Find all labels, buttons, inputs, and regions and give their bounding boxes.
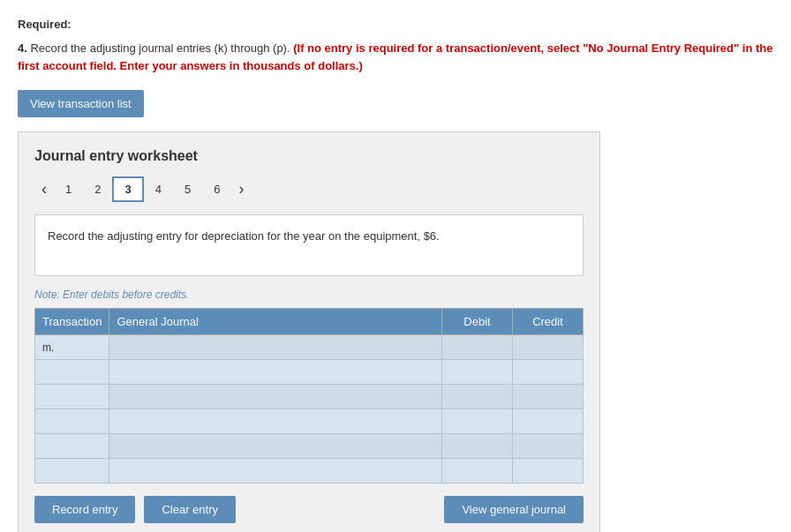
row-2-debit[interactable] xyxy=(442,360,513,385)
record-entry-button[interactable]: Record entry xyxy=(34,496,135,523)
buttons-row: Record entry Clear entry View general jo… xyxy=(34,496,584,523)
row-6-credit[interactable] xyxy=(513,459,584,483)
row-4-credit[interactable] xyxy=(513,409,584,434)
row-4-credit-input[interactable] xyxy=(513,409,583,433)
row-3-label xyxy=(35,385,109,409)
col-header-credit: Credit xyxy=(513,309,584,335)
table-row xyxy=(35,409,584,434)
row-3-general-input[interactable] xyxy=(109,385,441,408)
view-transaction-button[interactable]: View transaction list xyxy=(18,90,144,117)
clear-entry-button[interactable]: Clear entry xyxy=(144,496,236,523)
row-1-debit[interactable] xyxy=(442,335,513,360)
row-2-credit-input[interactable] xyxy=(513,360,583,384)
row-2-general[interactable] xyxy=(109,360,442,385)
row-6-debit-input[interactable] xyxy=(442,459,512,483)
row-4-general[interactable] xyxy=(109,409,442,434)
table-row: m. xyxy=(35,335,584,360)
instruction-text: Record the adjusting journal entries (k)… xyxy=(30,41,290,55)
instruction-number: 4. xyxy=(18,41,27,55)
worksheet-title: Journal entry worksheet xyxy=(34,148,584,164)
row-2-debit-input[interactable] xyxy=(442,360,512,384)
row-1-label: m. xyxy=(35,335,109,360)
row-2-credit[interactable] xyxy=(513,360,584,385)
tab-2[interactable]: 2 xyxy=(83,177,112,201)
row-1-general-input[interactable] xyxy=(109,335,441,359)
row-5-debit-input[interactable] xyxy=(442,434,512,458)
row-6-general[interactable] xyxy=(109,459,442,483)
col-header-general-journal: General Journal xyxy=(109,309,442,335)
row-5-credit[interactable] xyxy=(513,434,584,459)
row-2-label xyxy=(35,360,109,385)
row-6-general-input[interactable] xyxy=(109,459,441,483)
instruction: 4. Record the adjusting journal entries … xyxy=(18,40,773,74)
row-4-general-input[interactable] xyxy=(109,409,441,433)
tab-next-arrow[interactable]: › xyxy=(231,176,251,202)
tabs-row: ‹ 1 2 3 4 5 6 › xyxy=(34,176,584,202)
row-5-debit[interactable] xyxy=(442,434,513,459)
description-box: Record the adjusting entry for depreciat… xyxy=(34,214,584,276)
row-6-label xyxy=(35,459,109,483)
row-3-debit[interactable] xyxy=(442,385,513,409)
row-5-general[interactable] xyxy=(109,434,442,459)
journal-table: Transaction General Journal Debit Credit… xyxy=(34,308,584,483)
row-3-credit[interactable] xyxy=(513,385,584,409)
row-2-general-input[interactable] xyxy=(109,360,441,384)
row-3-credit-input[interactable] xyxy=(513,385,583,408)
table-row xyxy=(35,385,584,409)
row-5-general-input[interactable] xyxy=(109,434,441,458)
col-header-transaction: Transaction xyxy=(35,309,109,335)
tab-prev-arrow[interactable]: ‹ xyxy=(34,176,54,202)
note-text: Note: Enter debits before credits. xyxy=(34,288,584,301)
row-4-debit[interactable] xyxy=(442,409,513,434)
row-5-credit-input[interactable] xyxy=(513,434,583,458)
view-general-journal-button[interactable]: View general journal xyxy=(444,496,584,523)
row-1-credit-input[interactable] xyxy=(513,335,583,359)
worksheet-container: Journal entry worksheet ‹ 1 2 3 4 5 6 › … xyxy=(18,131,600,532)
row-6-debit[interactable] xyxy=(442,459,513,483)
col-header-debit: Debit xyxy=(442,309,513,335)
tab-4[interactable]: 4 xyxy=(144,177,173,201)
row-1-debit-input[interactable] xyxy=(442,335,512,359)
tab-6[interactable]: 6 xyxy=(202,177,231,201)
tab-1[interactable]: 1 xyxy=(54,177,83,201)
row-1-general[interactable] xyxy=(109,335,442,360)
row-6-credit-input[interactable] xyxy=(513,459,583,483)
row-4-label xyxy=(35,409,109,434)
row-3-debit-input[interactable] xyxy=(442,385,512,408)
row-3-general[interactable] xyxy=(109,385,442,409)
required-label: Required: xyxy=(18,18,773,31)
row-1-credit[interactable] xyxy=(513,335,584,360)
table-row xyxy=(35,434,584,459)
table-row xyxy=(35,459,584,483)
row-5-label xyxy=(35,434,109,459)
tab-5[interactable]: 5 xyxy=(173,177,202,201)
table-row xyxy=(35,360,584,385)
row-4-debit-input[interactable] xyxy=(442,409,512,433)
tab-3[interactable]: 3 xyxy=(112,176,143,202)
